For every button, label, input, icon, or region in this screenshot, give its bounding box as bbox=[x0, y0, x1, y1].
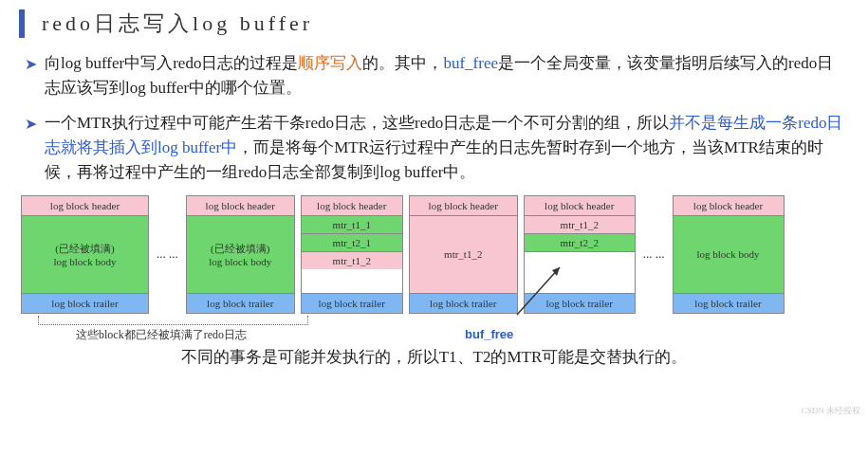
b1-blue: buf_free bbox=[443, 54, 498, 72]
block-header: log block header bbox=[410, 196, 517, 216]
block-body: mtr_t1_2 bbox=[410, 216, 517, 293]
block-1: log block header (已经被填满) log block body … bbox=[21, 195, 149, 314]
body-label: log block body bbox=[24, 256, 146, 267]
block-trailer: log block trailer bbox=[674, 293, 784, 313]
watermark: CSDN 未经授权 bbox=[802, 405, 860, 417]
block-header: log block header bbox=[674, 196, 784, 216]
filled-label: (已经被填满) bbox=[189, 242, 292, 256]
b1-p2: 的。其中， bbox=[362, 54, 443, 72]
block-header: log block header bbox=[22, 196, 148, 216]
body-label: log block body bbox=[675, 248, 782, 260]
bullet-marker: ➤ bbox=[25, 113, 37, 186]
dots: ... ... bbox=[155, 246, 180, 262]
buf-free-label: buf_free bbox=[465, 327, 513, 341]
mtr-row: mtr_t1_2 bbox=[525, 216, 635, 234]
log-buffer-diagram: log block header (已经被填满) log block body … bbox=[19, 195, 849, 314]
block-2: log block header (已经被填满) log block body … bbox=[186, 195, 295, 314]
dots: ... ... bbox=[641, 246, 667, 262]
bullet-2-text: 一个MTR执行过程中可能产生若干条redo日志，这些redo日志是一个不可分割的… bbox=[45, 111, 849, 186]
mtr-row: mtr_t1_2 bbox=[410, 216, 517, 293]
bullet-1: ➤ 向log buffer中写入redo日志的过程是顺序写入的。其中，buf_f… bbox=[25, 51, 849, 101]
mtr-row: mtr_t2_2 bbox=[525, 234, 635, 252]
bullet-2: ➤ 一个MTR执行过程中可能产生若干条redo日志，这些redo日志是一个不可分… bbox=[25, 111, 849, 186]
block-body: log block body bbox=[674, 216, 784, 293]
bottom-note: 不同的事务是可能并发执行的，所以T1、T2的MTR可能是交替执行的。 bbox=[19, 346, 849, 368]
block-6: log block header log block body log bloc… bbox=[673, 195, 785, 314]
mtr-row: mtr_t1_2 bbox=[302, 252, 402, 269]
block-3: log block header mtr_t1_1 mtr_t2_1 mtr_t… bbox=[301, 195, 403, 314]
block-body: mtr_t1_2 mtr_t2_2 bbox=[525, 216, 635, 293]
under-annotations: 这些block都已经被填满了redo日志 buf_free bbox=[19, 316, 849, 338]
block-header: log block header bbox=[187, 196, 294, 216]
page-title: redo日志写入log buffer bbox=[42, 9, 849, 38]
title-bar: redo日志写入log buffer bbox=[19, 9, 849, 38]
block-header: log block header bbox=[525, 196, 635, 216]
bullet-list: ➤ 向log buffer中写入redo日志的过程是顺序写入的。其中，buf_f… bbox=[25, 51, 849, 186]
mtr-row: mtr_t2_1 bbox=[302, 234, 402, 252]
block-trailer: log block trailer bbox=[410, 293, 517, 313]
filled-label: (已经被填满) bbox=[24, 242, 146, 256]
block-body: mtr_t1_1 mtr_t2_1 mtr_t1_2 bbox=[302, 216, 402, 293]
b1-orange: 顺序写入 bbox=[298, 54, 362, 72]
block-trailer: log block trailer bbox=[187, 293, 294, 313]
b1-p1: 向log buffer中写入redo日志的过程是 bbox=[45, 54, 298, 72]
block-trailer: log block trailer bbox=[302, 293, 402, 313]
body-label: log block body bbox=[189, 256, 292, 267]
empty-row bbox=[525, 252, 635, 293]
bullet-marker: ➤ bbox=[25, 53, 37, 101]
brace-label: 这些block都已经被填满了redo日志 bbox=[76, 327, 247, 343]
block-trailer: log block trailer bbox=[22, 293, 148, 313]
block-header: log block header bbox=[302, 196, 402, 216]
b2-p1: 一个MTR执行过程中可能产生若干条redo日志，这些redo日志是一个不可分割的… bbox=[45, 114, 669, 132]
block-body: (已经被填满) log block body bbox=[22, 216, 148, 293]
block-body: (已经被填满) log block body bbox=[187, 216, 294, 293]
block-trailer: log block trailer bbox=[525, 293, 635, 313]
brace-line bbox=[38, 316, 308, 325]
mtr-row: mtr_t1_1 bbox=[302, 216, 402, 234]
bullet-1-text: 向log buffer中写入redo日志的过程是顺序写入的。其中，buf_fre… bbox=[45, 51, 849, 101]
block-5: log block header mtr_t1_2 mtr_t2_2 log b… bbox=[524, 195, 636, 314]
block-4: log block header mtr_t1_2 log block trai… bbox=[409, 195, 518, 314]
